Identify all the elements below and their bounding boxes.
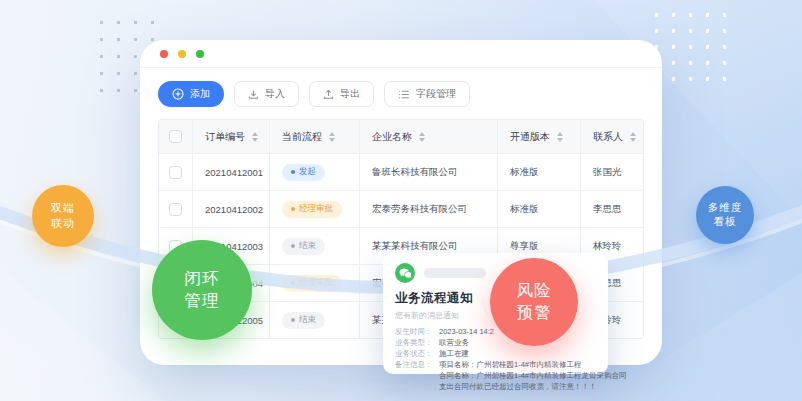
sort-icon[interactable] xyxy=(252,132,258,142)
column-header: 联系人 xyxy=(581,120,643,153)
status-badge-label: 结束 xyxy=(299,240,316,252)
toolbar: 添加 导入 导出 xyxy=(140,68,662,117)
field-management-button-label: 字段管理 xyxy=(416,87,456,101)
sort-icon[interactable] xyxy=(630,132,636,142)
flow-cell: 经理审批 xyxy=(270,191,360,227)
notification-field-line: 合同名称：广州碧桂园1-4#市内精装修工程龙骨采购合同 xyxy=(395,370,596,381)
row-select-cell xyxy=(159,154,193,190)
column-header: 开通版本 xyxy=(498,120,581,153)
status-dot-icon xyxy=(291,281,295,285)
export-icon xyxy=(323,89,334,100)
add-button[interactable]: 添加 xyxy=(158,81,224,107)
status-badge-label: 结束 xyxy=(299,314,316,326)
field-management-button[interactable]: 字段管理 xyxy=(384,81,470,107)
flow-cell: 结束 xyxy=(270,228,360,264)
field-label: 备注信息： xyxy=(395,359,439,370)
table-row: 20210412001 发起 鲁班长科技有限公司 标准版 张国光 xyxy=(159,153,643,190)
field-value: 项目名称：广州碧桂园1-4#市内精装修工程 xyxy=(439,359,582,370)
import-button[interactable]: 导入 xyxy=(234,81,299,107)
import-icon xyxy=(248,89,259,100)
bubble-label: 双端联动 xyxy=(51,201,75,230)
company-name-cell: 鲁班长科技有限公司 xyxy=(360,154,498,190)
notification-fields: 发生时间： 2023-03-14 14:2 业务类型： 联营业务 业务状态： 施… xyxy=(395,326,596,392)
field-value: 2023-03-14 14:2 xyxy=(439,326,494,337)
status-dot-icon xyxy=(291,244,295,248)
notification-field-line: 业务类型： 联营业务 xyxy=(395,337,596,348)
row-select-cell xyxy=(159,191,193,227)
contact-cell: 张国光 xyxy=(581,154,643,190)
import-button-label: 导入 xyxy=(265,87,285,101)
feature-bubble-dashboard: 多维度看板 xyxy=(696,186,754,244)
list-icon xyxy=(398,89,410,100)
table-row: 20210412002 经理审批 宏泰劳务科技有限公司 标准版 李思思 xyxy=(159,190,643,227)
bubble-label: 多维度看板 xyxy=(708,201,743,229)
field-label: 业务状态： xyxy=(395,348,439,359)
traffic-light-dot[interactable] xyxy=(160,50,168,58)
status-badge: 经理审批 xyxy=(282,275,342,292)
contact-cell: 李思思 xyxy=(581,191,643,227)
sender-placeholder-pill xyxy=(424,268,486,278)
wechat-chat-icon xyxy=(395,263,415,283)
flow-cell: 发起 xyxy=(270,154,360,190)
flow-cell: 结束 xyxy=(270,302,360,338)
sort-icon[interactable] xyxy=(557,132,563,142)
status-dot-icon xyxy=(291,318,295,322)
export-button-label: 导出 xyxy=(340,87,360,101)
status-badge: 发起 xyxy=(282,164,325,181)
column-header-label: 企业名称 xyxy=(372,130,412,144)
feature-bubble-dual-linkage: 双端联动 xyxy=(32,185,94,247)
status-badge-label: 经理审批 xyxy=(299,277,333,289)
row-checkbox[interactable] xyxy=(169,203,182,216)
bubble-label: 闭环管理 xyxy=(185,268,220,312)
version-cell: 标准版 xyxy=(498,154,581,190)
column-header: 订单编号 xyxy=(193,120,270,153)
traffic-light-dot[interactable] xyxy=(196,50,204,58)
status-badge: 结束 xyxy=(282,238,325,255)
traffic-lights xyxy=(160,50,204,58)
status-badge-label: 发起 xyxy=(299,166,316,178)
bubble-label: 风险预警 xyxy=(517,280,552,324)
notification-field-line: 支出合同付款已经超过合同收票，请注意！！！ xyxy=(395,381,596,392)
notification-field-line: 业务状态： 施工在建 xyxy=(395,348,596,359)
version-cell: 标准版 xyxy=(498,191,581,227)
traffic-light-dot[interactable] xyxy=(178,50,186,58)
status-badge: 结束 xyxy=(282,312,325,329)
field-value: 支出合同付款已经超过合同收票，请注意！！！ xyxy=(439,381,597,392)
select-all-checkbox[interactable] xyxy=(169,130,182,143)
notification-field-line: 备注信息： 项目名称：广州碧桂园1-4#市内精装修工程 xyxy=(395,359,596,370)
feature-bubble-closed-loop: 闭环管理 xyxy=(152,240,252,340)
field-value: 施工在建 xyxy=(439,348,469,359)
status-badge-label: 经理审批 xyxy=(299,203,333,215)
column-header-label: 订单编号 xyxy=(205,130,245,144)
column-header: 当前流程 xyxy=(270,120,360,153)
company-name-cell: 宏泰劳务科技有限公司 xyxy=(360,191,498,227)
sort-icon[interactable] xyxy=(329,132,335,142)
order-number-cell: 20210412001 xyxy=(193,154,270,190)
row-checkbox[interactable] xyxy=(169,166,182,179)
column-header-label: 开通版本 xyxy=(510,130,550,144)
column-header-label: 当前流程 xyxy=(282,130,322,144)
select-all-cell xyxy=(159,120,193,153)
field-value: 合同名称：广州碧桂园1-4#市内精装修工程龙骨采购合同 xyxy=(439,370,627,381)
column-header: 企业名称 xyxy=(360,120,498,153)
sort-icon[interactable] xyxy=(419,132,425,142)
window-titlebar xyxy=(140,40,662,68)
field-value: 联营业务 xyxy=(439,337,469,348)
marketing-screenshot: 添加 导入 导出 xyxy=(0,0,802,401)
column-header-label: 联系人 xyxy=(593,130,623,144)
field-label xyxy=(395,381,439,392)
add-button-label: 添加 xyxy=(190,87,210,101)
feature-bubble-risk-warning: 风险预警 xyxy=(490,258,578,346)
table-header-row: 订单编号 当前流程 企业名称 开通版本 联系人 xyxy=(159,120,643,153)
plus-circle-icon xyxy=(172,88,184,100)
status-dot-icon xyxy=(291,170,295,174)
status-dot-icon xyxy=(291,207,295,211)
status-badge: 经理审批 xyxy=(282,201,342,218)
field-label xyxy=(395,370,439,381)
order-number-cell: 20210412002 xyxy=(193,191,270,227)
field-label: 业务类型： xyxy=(395,337,439,348)
export-button[interactable]: 导出 xyxy=(309,81,374,107)
field-label: 发生时间： xyxy=(395,326,439,337)
flow-cell: 经理审批 xyxy=(270,265,360,301)
